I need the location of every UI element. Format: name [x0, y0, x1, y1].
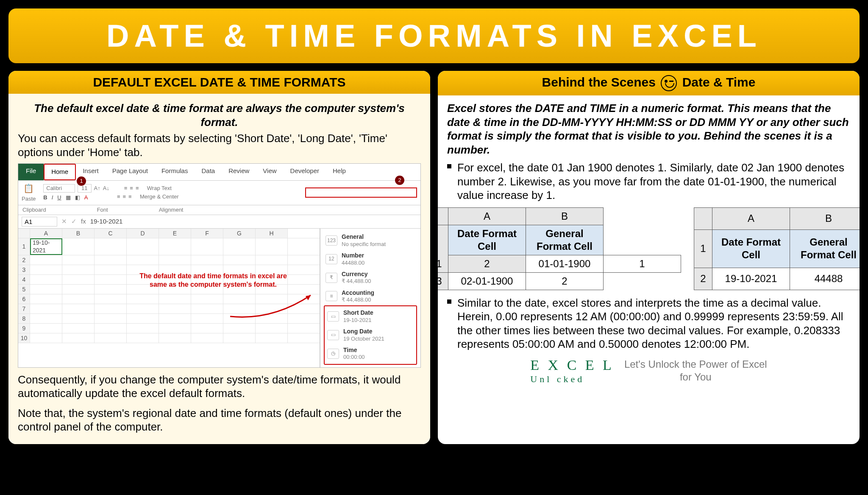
- right-heading: Behind the Scenes Date & Time: [438, 71, 860, 95]
- row-1: 1: [438, 225, 448, 272]
- underline-icon[interactable]: U: [57, 194, 61, 201]
- fmt-time[interactable]: ◷Time00:00:00: [326, 344, 415, 363]
- row-1[interactable]: 1: [18, 238, 30, 255]
- arrow-icon: [226, 291, 319, 321]
- align-icon[interactable]: ≡: [117, 193, 120, 200]
- tab-data[interactable]: Data: [195, 164, 222, 180]
- fx-icon[interactable]: fx: [81, 218, 86, 226]
- fmt-label: Short Date: [343, 309, 373, 317]
- left-para-after2: Note that, the system's regional date an…: [18, 406, 421, 434]
- bold-icon[interactable]: B: [43, 194, 47, 201]
- font-color-icon[interactable]: A: [84, 194, 88, 201]
- border-icon[interactable]: ▦: [66, 194, 71, 201]
- fmt-long-date[interactable]: ▭Long Date19 October 2021: [326, 326, 415, 344]
- calendar-icon: ▭: [327, 330, 339, 340]
- number-icon: 12: [326, 254, 337, 264]
- tab-help[interactable]: Help: [326, 164, 353, 180]
- wrap-text[interactable]: Wrap Text: [147, 185, 172, 192]
- row-2: 2: [694, 268, 712, 290]
- right-heading-b: Date & Time: [682, 75, 756, 89]
- fmt-short-date[interactable]: ▭Short Date19-10-2021: [326, 307, 415, 326]
- enter-icon[interactable]: ✓: [71, 218, 77, 226]
- fmt-sub: 19-10-2021: [343, 317, 373, 324]
- formula-bar: ✕ ✓ fx 19-10-2021: [18, 215, 420, 229]
- tab-developer[interactable]: Developer: [284, 164, 326, 180]
- bullet-icon: [447, 299, 451, 304]
- tab-file[interactable]: File: [18, 164, 44, 180]
- decrease-font-icon[interactable]: A↓: [103, 185, 109, 192]
- left-intro2: You can access default formats by select…: [18, 131, 421, 159]
- align-icon[interactable]: ≡: [124, 185, 128, 192]
- paste-group[interactable]: 📋Paste: [22, 183, 36, 202]
- align-icon[interactable]: ≡: [128, 193, 132, 200]
- brand-line1: E X C E L: [530, 357, 614, 373]
- merge-center[interactable]: Merge & Center: [140, 193, 179, 200]
- fmt-currency[interactable]: ₹Currency₹ 44,488.00: [324, 268, 417, 287]
- tag-1: Let's Unlock the Power of Excel: [624, 358, 767, 371]
- page-title: DATE & TIME FORMATS IN EXCEL: [8, 8, 860, 63]
- fmt-label: Time: [343, 347, 365, 354]
- clock-icon: ◷: [327, 349, 339, 359]
- cell: 02-01-1900: [448, 272, 526, 290]
- col-h[interactable]: H: [256, 229, 288, 238]
- table-2: AB 1Date FormatCellGeneralFormat Cell 21…: [694, 207, 860, 290]
- left-para-after1: Consequently, if you change the computer…: [18, 373, 421, 400]
- right-panel: Behind the Scenes Date & Time Excel stor…: [438, 71, 860, 444]
- fmt-accounting[interactable]: ≡Accounting₹ 44,488.00: [324, 287, 417, 306]
- worksheet: A B C D E F G H 119-10-2021 2 3 4 5 6 7 …: [18, 229, 420, 367]
- left-intro-italic: The default excel date & time format are…: [18, 101, 421, 129]
- tab-home[interactable]: Home: [44, 164, 76, 180]
- right-heading-a: Behind the Scenes: [542, 75, 656, 89]
- left-panel: DEFAULT EXCEL DATE & TIME FORMATS The de…: [8, 71, 430, 444]
- logo-row: E X C E L Unl cked Let's Unlock the Powe…: [447, 356, 850, 385]
- fmt-sub: 19 October 2021: [343, 336, 384, 342]
- number-format-dropdown[interactable]: [305, 187, 417, 198]
- align-icon[interactable]: ≡: [136, 185, 139, 192]
- align-icon[interactable]: ≡: [123, 193, 126, 200]
- col-f[interactable]: F: [191, 229, 223, 238]
- calendar-icon: ▭: [327, 311, 339, 322]
- col-c[interactable]: C: [95, 229, 127, 238]
- fmt-number[interactable]: 12Number44488.00: [324, 250, 417, 268]
- tab-formulas[interactable]: Formulas: [155, 164, 195, 180]
- tables-row: AB 1Date Format CellGeneral Format Cell …: [447, 207, 850, 290]
- th-1: Date Format Cell: [448, 225, 526, 255]
- fmt-sub: ₹ 44,488.00: [342, 278, 371, 285]
- col-d[interactable]: D: [127, 229, 159, 238]
- fill-icon[interactable]: ◧: [75, 194, 80, 201]
- ribbon-sections: Clipboard Font Alignment: [18, 205, 420, 215]
- columns: DEFAULT EXCEL DATE & TIME FORMATS The de…: [4, 71, 864, 444]
- left-body: The default excel date & time format are…: [8, 94, 430, 444]
- th-2: GeneralFormat Cell: [790, 229, 860, 268]
- bullet-icon: [447, 164, 451, 168]
- right-intro: Excel stores the DATE and TIME in a nume…: [447, 101, 850, 157]
- badge-2: 2: [395, 176, 404, 185]
- fmt-general[interactable]: 123GeneralNo specific format: [324, 231, 417, 250]
- tab-view[interactable]: View: [256, 164, 283, 180]
- paste-label: Paste: [22, 196, 36, 202]
- col-b[interactable]: B: [62, 229, 95, 238]
- align-icon[interactable]: ≡: [130, 185, 133, 192]
- row-1: 1: [694, 229, 712, 268]
- section-clipboard: Clipboard: [22, 207, 46, 213]
- formula-value[interactable]: 19-10-2021: [90, 218, 123, 226]
- fmt-sub: No specific format: [342, 241, 386, 248]
- cancel-icon[interactable]: ✕: [61, 218, 67, 226]
- name-box[interactable]: [22, 217, 57, 227]
- cell-a1[interactable]: 19-10-2021: [30, 238, 62, 255]
- col-a: A: [712, 207, 790, 229]
- tab-page-layout[interactable]: Page Layout: [106, 164, 155, 180]
- col-b: B: [790, 207, 860, 229]
- tab-review[interactable]: Review: [222, 164, 256, 180]
- col-g[interactable]: G: [223, 229, 256, 238]
- col-a[interactable]: A: [30, 229, 62, 238]
- fmt-label: General: [342, 233, 386, 241]
- italic-icon[interactable]: I: [52, 194, 53, 201]
- increase-font-icon[interactable]: A↑: [94, 185, 100, 192]
- cell: 19-10-2021: [712, 268, 790, 290]
- brand-line2: Unl cked: [530, 373, 614, 385]
- corner[interactable]: [18, 229, 30, 238]
- font-name[interactable]: Calibri: [43, 184, 75, 193]
- col-e[interactable]: E: [159, 229, 191, 238]
- fmt-label: Accounting: [342, 289, 374, 297]
